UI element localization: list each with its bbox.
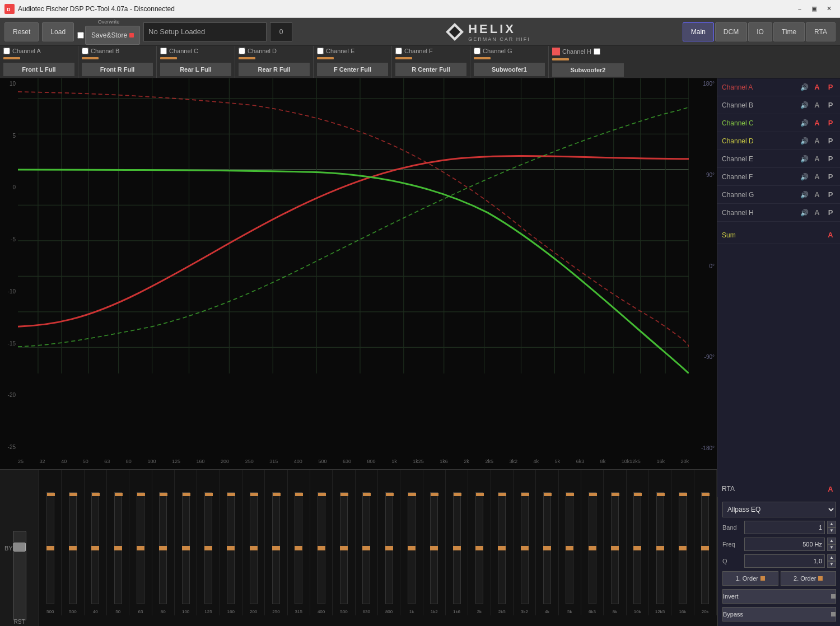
channel-c-button[interactable]: Rear L Full: [160, 63, 231, 76]
eq-band-knob-26[interactable]: [633, 546, 641, 550]
eq-band-track-9[interactable]: [250, 492, 258, 604]
channel-d-button[interactable]: Rear R Full: [239, 63, 310, 76]
eq-band-track-29[interactable]: [701, 492, 709, 604]
eq-bypass-button[interactable]: Bypass: [722, 607, 836, 622]
minimize-button[interactable]: −: [793, 3, 806, 15]
eq-band-track-26[interactable]: [633, 492, 641, 604]
eq-band-knob-2[interactable]: [91, 546, 99, 550]
rp-channel-a-active-button[interactable]: A: [812, 82, 822, 92]
nav-dcm-button[interactable]: DCM: [715, 22, 747, 41]
rst-label[interactable]: RST: [14, 619, 25, 625]
eq-band-knob-14[interactable]: [362, 546, 370, 550]
eq-band-knob-9[interactable]: [250, 546, 258, 550]
eq-band-20[interactable]: 2k5: [491, 470, 514, 615]
rp-channel-a-speaker-icon[interactable]: 🔊: [800, 83, 809, 91]
eq-band-track-15[interactable]: [385, 492, 393, 604]
channel-e-checkbox[interactable]: [317, 48, 324, 54]
channel-g-button[interactable]: Subwoofer1: [474, 63, 545, 76]
eq-band-track-5[interactable]: [159, 492, 167, 604]
channel-b-checkbox[interactable]: [82, 48, 88, 54]
rp-channel-h-speaker-icon[interactable]: 🔊: [800, 209, 809, 217]
eq-band-track-11[interactable]: [295, 492, 302, 604]
eq-band-track-25[interactable]: [611, 492, 619, 604]
channel-f-checkbox[interactable]: [395, 48, 402, 54]
eq-band-knob-11[interactable]: [295, 546, 302, 550]
eq-q-down[interactable]: ▼: [827, 561, 836, 568]
eq-band-knob-20[interactable]: [498, 546, 506, 550]
eq-band-knob-28[interactable]: [679, 546, 687, 550]
nav-main-button[interactable]: Main: [683, 22, 714, 41]
eq-band-10[interactable]: 250: [265, 470, 287, 615]
eq-band-3[interactable]: 50: [107, 470, 129, 615]
eq-band-knob-25[interactable]: [611, 546, 619, 550]
eq-band-knob-19[interactable]: [475, 546, 483, 550]
eq-band-up[interactable]: ▲: [827, 521, 836, 527]
eq-band-knob-22[interactable]: [543, 546, 551, 550]
rp-channel-g-active-button[interactable]: A: [812, 190, 822, 200]
eq-band-value[interactable]: [744, 521, 825, 534]
eq-type-select[interactable]: Allpass EQ Highpass Lowpass Peaking EQ: [722, 502, 836, 517]
eq-band-22[interactable]: 4k: [536, 470, 558, 615]
rp-channel-b-phase-button[interactable]: P: [825, 100, 836, 110]
eq-band-track-12[interactable]: [318, 492, 325, 604]
eq-band-knob-6[interactable]: [182, 546, 190, 550]
eq-band-knob-21[interactable]: [521, 546, 529, 550]
rp-channel-h-phase-button[interactable]: P: [825, 208, 836, 218]
nav-io-button[interactable]: IO: [748, 22, 772, 41]
nav-rta-button[interactable]: RTA: [806, 22, 836, 41]
eq-band-knob-16[interactable]: [408, 546, 416, 550]
rp-channel-e-phase-button[interactable]: P: [825, 154, 836, 164]
rp-channel-d-active-button[interactable]: A: [812, 136, 822, 146]
eq-band-track-21[interactable]: [521, 492, 529, 604]
channel-g-checkbox[interactable]: [474, 48, 480, 54]
eq-order2-button[interactable]: 2. Order: [781, 571, 837, 586]
channel-d-checkbox[interactable]: [239, 48, 245, 54]
channel-e-button[interactable]: F Center Full: [317, 63, 388, 76]
eq-band-track-14[interactable]: [362, 492, 370, 604]
eq-band-28[interactable]: 16k: [671, 470, 694, 615]
eq-band-9[interactable]: 200: [242, 470, 265, 615]
eq-band-21[interactable]: 3k2: [514, 470, 536, 615]
rp-channel-e-active-button[interactable]: A: [812, 154, 822, 164]
eq-band-knob-5[interactable]: [159, 546, 167, 550]
rp-channel-g-speaker-icon[interactable]: 🔊: [800, 191, 809, 199]
eq-band-track-27[interactable]: [656, 492, 664, 604]
eq-band-4[interactable]: 63: [129, 470, 152, 615]
rp-channel-b-active-button[interactable]: A: [812, 100, 822, 110]
eq-band-15[interactable]: 800: [378, 470, 400, 615]
eq-band-track-4[interactable]: [137, 492, 144, 604]
eq-band-track-18[interactable]: [453, 492, 461, 604]
eq-band-knob-18[interactable]: [453, 546, 461, 550]
eq-band-knob-8[interactable]: [227, 546, 235, 550]
rp-channel-f-speaker-icon[interactable]: 🔊: [800, 173, 809, 181]
eq-band-track-28[interactable]: [679, 492, 687, 604]
maximize-button[interactable]: ▣: [808, 3, 821, 15]
eq-band-track-10[interactable]: [272, 492, 280, 604]
eq-band-knob-24[interactable]: [589, 546, 596, 550]
master-fader[interactable]: [13, 531, 26, 620]
eq-band-knob-13[interactable]: [340, 546, 348, 550]
save-store-button[interactable]: Save&Store: [85, 26, 140, 45]
rp-rta-active-button[interactable]: A: [825, 484, 836, 494]
eq-band-down[interactable]: ▼: [827, 527, 836, 534]
channel-h-checkbox[interactable]: [594, 48, 600, 55]
eq-band-track-17[interactable]: [430, 492, 438, 604]
eq-band-track-0[interactable]: [46, 492, 54, 604]
setup-number-field[interactable]: [270, 22, 292, 41]
eq-q-value[interactable]: [744, 554, 825, 568]
rp-channel-d-speaker-icon[interactable]: 🔊: [800, 137, 809, 145]
eq-band-29[interactable]: 20k: [694, 470, 717, 615]
close-button[interactable]: ✕: [822, 3, 836, 15]
eq-band-6[interactable]: 100: [175, 470, 197, 615]
eq-band-13[interactable]: 500: [333, 470, 355, 615]
rp-channel-h-active-button[interactable]: A: [812, 208, 822, 218]
eq-band-11[interactable]: 315: [288, 470, 310, 615]
eq-band-5[interactable]: 80: [152, 470, 175, 615]
rp-channel-f-phase-button[interactable]: P: [825, 172, 836, 182]
rp-channel-c-phase-button[interactable]: P: [825, 118, 836, 128]
eq-band-track-23[interactable]: [566, 492, 573, 604]
eq-band-2[interactable]: 40: [85, 470, 107, 615]
rp-channel-f-active-button[interactable]: A: [812, 172, 822, 182]
eq-band-24[interactable]: 6k3: [581, 470, 604, 615]
rp-channel-c-active-button[interactable]: A: [812, 118, 822, 128]
